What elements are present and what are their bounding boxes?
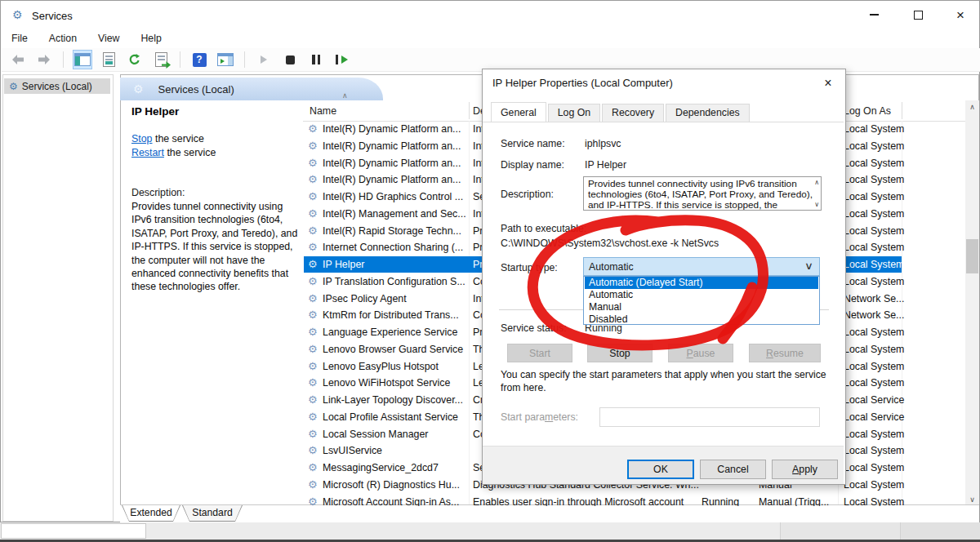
background-segment — [900, 522, 980, 540]
close-button[interactable]: × — [947, 6, 974, 24]
dialog-close-button[interactable]: × — [819, 75, 837, 91]
service-logon-cell: Local System — [844, 479, 904, 491]
dialog-tab-recovery[interactable]: Recovery — [602, 104, 664, 122]
description-textbox[interactable]: Provides tunnel connectivity using IPv6 … — [583, 176, 822, 211]
selected-service-title: IP Helper — [131, 105, 179, 118]
start-service-icon[interactable] — [254, 50, 274, 69]
column-divider[interactable] — [902, 102, 902, 119]
startup-type-combobox[interactable]: Automatic ∨ — [583, 257, 820, 276]
start-button[interactable]: Start — [507, 344, 572, 362]
dialog-tab-general[interactable]: General — [491, 102, 546, 122]
service-gear-icon: ⚙ — [308, 173, 318, 185]
start-parameters-input[interactable] — [599, 407, 820, 427]
display-name-label: Display name: — [501, 159, 564, 171]
service-name-cell: Intel(R) Dynamic Platform an... — [323, 158, 461, 169]
scroll-up-icon[interactable]: ∧ — [814, 179, 819, 186]
dialog-button-bar: OK Cancel Apply — [483, 446, 844, 484]
tab-standard[interactable]: Standard — [182, 505, 243, 522]
desktop-strip — [0, 522, 980, 542]
dialog-tab-strip: GeneralLog OnRecoveryDependencies — [491, 102, 750, 122]
scroll-up-button[interactable]: ∧ — [965, 100, 979, 113]
start-parameters-info-line2: from here. — [501, 382, 546, 393]
service-gear-icon: ⚙ — [308, 122, 318, 135]
scroll-down-icon[interactable]: ∨ — [814, 201, 819, 208]
column-header-log-on-as[interactable]: Log On As — [844, 105, 891, 117]
vertical-scrollbar[interactable]: ∧ ∨ — [965, 100, 979, 506]
menu-file[interactable]: File — [11, 33, 28, 44]
service-name-cell: MessagingService_2dcd7 — [323, 462, 439, 473]
maximize-button[interactable] — [904, 6, 932, 24]
forward-icon[interactable] — [34, 50, 54, 69]
table-row[interactable]: ⚙Microsoft Account Sign-in As...Enables … — [303, 494, 965, 507]
menu-bar: FileActionViewHelp — [2, 29, 978, 48]
service-gear-icon: ⚙ — [308, 461, 318, 473]
menu-help[interactable]: Help — [140, 33, 161, 44]
export-list-icon[interactable] — [151, 50, 171, 69]
service-gear-icon: ⚙ — [308, 360, 318, 372]
stop-button[interactable]: Stop — [587, 344, 653, 362]
apply-button[interactable]: Apply — [772, 460, 838, 479]
chevron-down-icon: ∨ — [804, 260, 813, 272]
tab-extended[interactable]: Extended — [122, 505, 180, 522]
service-name-cell: Intel(R) Dynamic Platform an... — [323, 123, 461, 135]
cancel-button[interactable]: Cancel — [700, 460, 766, 479]
display-name-value: IP Helper — [585, 159, 626, 171]
service-name-cell: IPsec Policy Agent — [323, 293, 407, 304]
toolbar-separator — [180, 51, 180, 68]
startup-option-manual[interactable]: Manual — [585, 301, 818, 313]
service-logon-cell: Local System — [844, 276, 904, 287]
restart-service-link[interactable]: Restart — [131, 147, 164, 158]
path-to-executable-value: C:\WINDOWS\System32\svchost.exe -k NetSv… — [501, 238, 719, 249]
column-divider[interactable] — [469, 102, 470, 119]
startup-type-listbox[interactable]: Automatic (Delayed Start)AutomaticManual… — [583, 276, 820, 325]
service-name-cell: Microsoft (R) Diagnostics Hu... — [323, 479, 460, 491]
view-tabs-bar: Extended Standard — [120, 504, 979, 522]
service-logon-cell: Local System — [844, 361, 904, 372]
service-gear-icon: ⚙ — [308, 157, 318, 169]
stop-service-link[interactable]: Stop — [131, 133, 153, 144]
startup-option-disabled[interactable]: Disabled — [585, 313, 818, 325]
tree-item-services-local[interactable]: ⚙ Services (Local) — [4, 78, 110, 94]
background-segment — [780, 522, 901, 540]
service-logon-cell: Local System — [844, 191, 904, 202]
properties-icon[interactable] — [99, 50, 118, 69]
scrollbar-thumb[interactable] — [966, 239, 978, 273]
start-parameters-info-line1: You can specify the start parameters tha… — [501, 369, 826, 380]
back-icon[interactable] — [8, 50, 28, 69]
show-action-pane-icon[interactable] — [216, 50, 235, 69]
menu-view[interactable]: View — [98, 33, 119, 44]
service-gear-icon: ⚙ — [308, 393, 318, 406]
refresh-icon[interactable] — [125, 50, 145, 69]
resume-button[interactable]: Resume — [749, 344, 821, 362]
pause-button[interactable]: Pause — [668, 344, 733, 362]
service-logon-cell: Local System — [844, 445, 904, 456]
dialog-tab-log-on[interactable]: Log On — [548, 104, 600, 122]
pause-service-icon[interactable] — [306, 50, 326, 69]
service-description: Provides tunnel connectivity using IPv6 … — [131, 200, 303, 294]
tree-item-label: Services (Local) — [22, 81, 92, 92]
service-gear-icon: ⚙ — [308, 478, 318, 491]
startup-option-automatic-delayed-start-[interactable]: Automatic (Delayed Start) — [585, 277, 818, 289]
restart-service-icon[interactable] — [332, 50, 352, 69]
startup-option-automatic[interactable]: Automatic — [585, 289, 818, 301]
service-logon-cell: Local System — [844, 496, 904, 507]
stop-suffix: the service — [153, 133, 204, 144]
dialog-tab-dependencies[interactable]: Dependencies — [666, 104, 750, 122]
start-button-label: Start — [529, 348, 550, 359]
stop-service-icon[interactable] — [280, 50, 300, 69]
background-window-fragment — [1, 523, 146, 539]
show-console-tree-icon[interactable] — [73, 50, 92, 69]
help-icon[interactable]: ? — [189, 50, 209, 69]
service-logon-cell: Local System — [844, 327, 904, 338]
service-logon-cell: Local System — [844, 259, 904, 270]
menu-action[interactable]: Action — [49, 33, 77, 44]
ok-button[interactable]: OK — [627, 460, 694, 479]
service-name-cell: Local Profile Assistant Service — [323, 411, 458, 423]
service-gear-icon: ⚙ — [308, 495, 318, 507]
minimize-button[interactable] — [860, 6, 888, 24]
column-header-name[interactable]: Name — [310, 105, 336, 117]
services-app-icon: ⚙ — [12, 8, 23, 21]
service-name-cell: IP Helper — [323, 259, 364, 270]
window-title: Services — [32, 10, 73, 22]
service-name-value: iphlpsvc — [585, 138, 621, 149]
